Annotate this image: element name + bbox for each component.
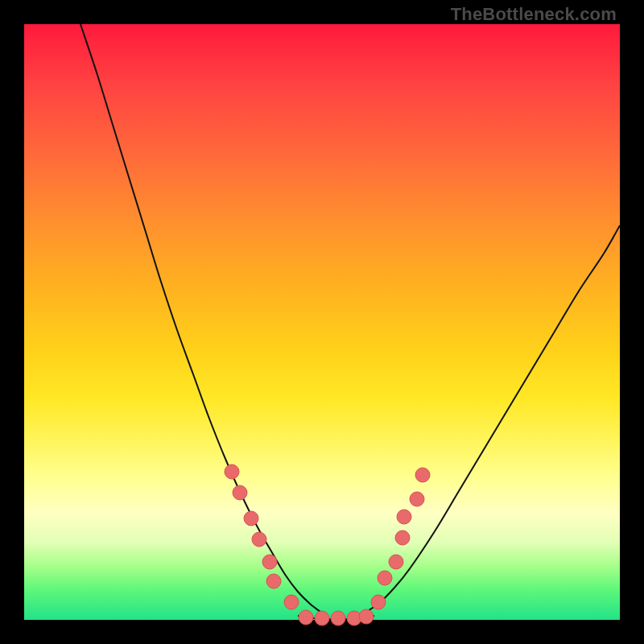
chart-point xyxy=(397,510,411,524)
chart-point xyxy=(315,611,329,625)
chart-point xyxy=(331,611,345,625)
chart-plot-area xyxy=(24,24,620,620)
chart-point xyxy=(284,595,299,609)
chart-point xyxy=(415,468,430,482)
chart-point xyxy=(410,492,424,506)
chart-point xyxy=(233,485,247,500)
chart-point xyxy=(252,532,266,547)
chart-point xyxy=(378,571,392,585)
chart-point xyxy=(389,555,403,569)
chart-point xyxy=(359,609,374,624)
chart-point xyxy=(266,574,281,588)
chart-point xyxy=(262,555,277,569)
chart-point xyxy=(299,610,313,625)
chart-series-right-curve xyxy=(362,225,620,614)
chart-point xyxy=(225,464,239,479)
chart-point xyxy=(371,595,386,609)
watermark-text: TheBottleneck.com xyxy=(451,4,617,25)
chart-frame: TheBottleneck.com xyxy=(0,0,644,644)
chart-svg xyxy=(24,24,620,620)
chart-point xyxy=(244,511,258,526)
chart-series-left-curve xyxy=(80,24,320,612)
chart-point xyxy=(395,530,410,545)
